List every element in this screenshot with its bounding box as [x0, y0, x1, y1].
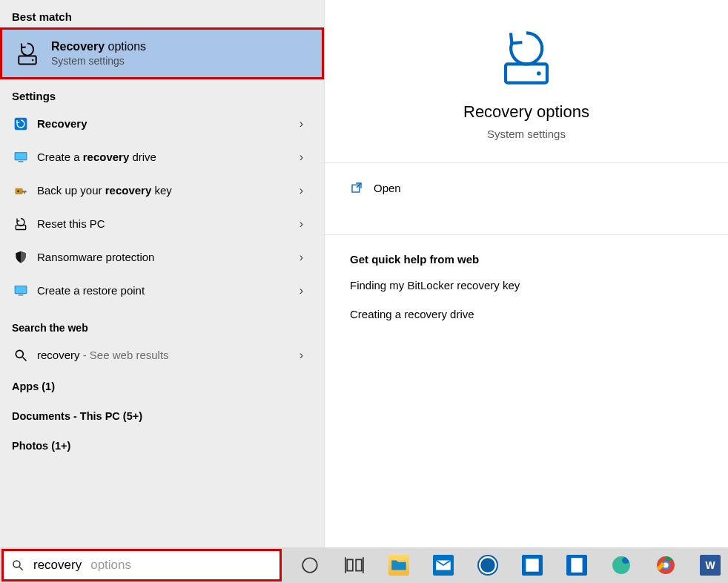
taskbar-search-box[interactable]: recovery options: [1, 549, 282, 582]
svg-point-7: [17, 190, 19, 192]
preview-panel: Recovery options System settings Open Ge…: [324, 0, 728, 547]
svg-rect-2: [15, 117, 27, 130]
search-ghost-text: options: [90, 558, 131, 573]
svg-point-19: [302, 558, 317, 573]
svg-rect-21: [356, 559, 362, 570]
key-icon: [13, 183, 37, 198]
settings-item-label: Create a recovery drive: [37, 151, 300, 163]
help-link-recovery-drive[interactable]: Creating a recovery drive: [350, 308, 703, 320]
web-result[interactable]: recovery - See web results ›: [0, 338, 324, 372]
best-match-result[interactable]: Recovery options System settings: [0, 27, 324, 79]
svg-rect-26: [526, 559, 538, 571]
svg-rect-27: [571, 558, 582, 573]
word-button[interactable]: W: [692, 550, 728, 580]
task-view-button[interactable]: [337, 550, 372, 580]
reset-drive-icon: [13, 217, 37, 231]
settings-item-reset-pc[interactable]: Reset this PC ›: [0, 207, 324, 240]
open-action[interactable]: Open: [325, 163, 728, 212]
settings-item-recovery-drive[interactable]: Create a recovery drive ›: [0, 140, 324, 174]
file-explorer-button[interactable]: [381, 550, 417, 580]
svg-line-13: [23, 357, 27, 360]
cortana-button[interactable]: [292, 550, 328, 580]
chevron-right-icon: ›: [300, 251, 318, 264]
recovery-drive-hero-icon: [495, 27, 557, 89]
settings-item-backup-key[interactable]: Back up your recovery key ›: [0, 174, 324, 207]
settings-item-restore-point[interactable]: Create a restore point ›: [0, 274, 324, 307]
settings-item-label: Recovery: [37, 117, 300, 130]
shield-icon: [13, 250, 37, 265]
search-icon: [11, 559, 24, 572]
settings-item-label: Create a restore point: [37, 284, 300, 297]
svg-rect-20: [347, 559, 353, 570]
best-match-title: Recovery options: [51, 40, 146, 53]
dell-app-button[interactable]: [470, 550, 506, 580]
monitor-icon: [13, 150, 37, 165]
recovery-icon: [13, 116, 37, 131]
recovery-drive-icon: [14, 40, 41, 67]
search-icon: [13, 348, 37, 363]
svg-point-1: [32, 59, 33, 61]
chevron-right-icon: ›: [300, 184, 318, 197]
settings-item-recovery[interactable]: Recovery ›: [0, 107, 324, 140]
chevron-right-icon: ›: [300, 117, 318, 131]
search-results-panel: Best match Recovery options System setti…: [0, 0, 324, 547]
settings-item-ransomware[interactable]: Ransomware protection ›: [0, 240, 324, 274]
best-match-subtitle: System settings: [51, 55, 146, 67]
app-tile-1-button[interactable]: [514, 550, 550, 580]
chevron-right-icon: ›: [300, 151, 318, 164]
best-match-header: Best match: [0, 0, 324, 27]
chevron-right-icon: ›: [300, 349, 318, 362]
svg-point-12: [16, 350, 23, 358]
svg-rect-4: [16, 153, 27, 159]
settings-item-label: Ransomware protection: [37, 251, 300, 263]
group-documents[interactable]: Documents - This PC (5+): [0, 401, 324, 431]
chevron-right-icon: ›: [300, 217, 318, 231]
mail-button[interactable]: [426, 550, 461, 580]
open-icon: [350, 181, 363, 194]
web-header: Search the web: [0, 310, 324, 338]
app-tile-2-button[interactable]: [559, 550, 595, 580]
svg-point-17: [13, 561, 20, 567]
svg-rect-5: [19, 161, 24, 162]
web-result-label: recovery - See web results: [37, 349, 300, 361]
svg-point-25: [480, 557, 496, 573]
svg-line-18: [19, 567, 23, 570]
settings-item-label: Reset this PC: [37, 217, 300, 230]
chevron-right-icon: ›: [300, 284, 318, 297]
svg-point-15: [537, 71, 541, 76]
svg-point-28: [612, 556, 630, 574]
chrome-button[interactable]: [648, 550, 684, 580]
help-header: Get quick help from web: [350, 253, 703, 266]
svg-rect-10: [16, 286, 27, 293]
monitor-icon: [13, 283, 37, 298]
edge-button[interactable]: [603, 550, 639, 580]
group-photos[interactable]: Photos (1+): [0, 431, 324, 461]
settings-list: Recovery › Create a recovery drive › Bac…: [0, 107, 324, 310]
settings-header: Settings: [0, 79, 324, 107]
group-apps[interactable]: Apps (1): [0, 372, 324, 401]
settings-item-label: Back up your recovery key: [37, 184, 300, 197]
preview-subtitle: System settings: [487, 128, 566, 140]
preview-title: Recovery options: [463, 102, 589, 122]
svg-rect-11: [19, 294, 24, 296]
search-typed-text: recovery: [33, 558, 82, 573]
open-label: Open: [374, 182, 401, 194]
help-link-bitlocker[interactable]: Finding my BitLocker recovery key: [350, 279, 703, 292]
taskbar: recovery options W: [0, 547, 728, 583]
